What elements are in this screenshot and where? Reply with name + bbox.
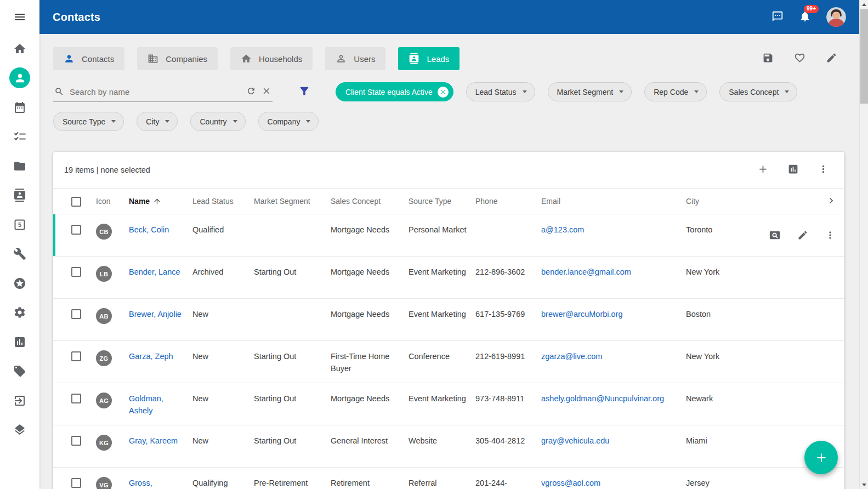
contact-name-link[interactable]: Gray, Kareem xyxy=(129,436,178,445)
row-preview-button[interactable] xyxy=(769,229,781,243)
sidebar-item-contact-card[interactable] xyxy=(0,181,39,211)
add-contact-fab[interactable] xyxy=(804,441,838,474)
row-checkbox-cell xyxy=(61,350,92,361)
contact-name-link[interactable]: Brewer, Anjolie xyxy=(129,310,181,319)
filter-chip-sales-concept[interactable]: Sales Concept xyxy=(719,82,797,101)
scroll-down-arrow-icon[interactable] xyxy=(860,480,868,489)
table-row[interactable]: ABBrewer, AnjolieNewMortgage NeedsEvent … xyxy=(53,299,844,341)
phone-cell: 305-404-2812 xyxy=(471,435,537,447)
sidebar-item-number-5[interactable]: 5 xyxy=(0,210,39,240)
source-type-cell: Event Marketing xyxy=(404,308,471,320)
select-all-checkbox[interactable] xyxy=(71,197,81,207)
filter-chip-country[interactable]: Country xyxy=(190,112,245,131)
column-header-city[interactable]: City xyxy=(682,197,752,206)
row-checkbox[interactable] xyxy=(71,309,81,319)
contact-name-link[interactable]: Gross, xyxy=(129,479,152,487)
sidebar-item-settings[interactable] xyxy=(0,298,39,328)
table-row[interactable]: LBBender, LanceArchivedStarting OutMortg… xyxy=(53,257,844,299)
email-link[interactable]: zgarza@live.com xyxy=(541,352,602,361)
page-title: Contacts xyxy=(53,11,100,24)
sidebar-item-contacts[interactable] xyxy=(0,64,39,93)
tab-households[interactable]: Households xyxy=(230,47,313,70)
sidebar-item-home[interactable] xyxy=(0,34,39,64)
email-link[interactable]: brewer@arcuMorbi.org xyxy=(541,310,623,319)
more-columns-button[interactable] xyxy=(826,195,837,208)
filter-chip-market-segment[interactable]: Market Segment xyxy=(548,82,632,101)
filter-chip-client-state-active[interactable]: Client State equals Active xyxy=(336,82,453,101)
contact-initials-avatar: AG xyxy=(96,393,112,408)
filter-chip-company[interactable]: Company xyxy=(258,112,319,131)
clear-search-button[interactable] xyxy=(262,86,271,98)
menu-button[interactable] xyxy=(818,163,829,177)
save-button[interactable] xyxy=(762,52,774,65)
email-link[interactable]: bender.lance@gmail.com xyxy=(541,268,631,276)
column-header-email[interactable]: Email xyxy=(537,197,682,206)
sidebar-item-favorites[interactable] xyxy=(0,269,39,298)
edit-button[interactable] xyxy=(826,52,837,65)
row-edit-button[interactable] xyxy=(797,230,808,242)
table-row[interactable]: AGGoldman, AshelyNewStarting OutMortgage… xyxy=(53,383,844,425)
chat-button[interactable] xyxy=(771,10,784,24)
favorite-button[interactable] xyxy=(794,52,805,65)
plus-icon xyxy=(814,451,829,465)
sidebar-item-documents[interactable] xyxy=(0,151,39,181)
tab-companies[interactable]: Companies xyxy=(137,47,218,70)
sidebar-item-tasks[interactable] xyxy=(0,122,39,152)
column-header-lead-status[interactable]: Lead Status xyxy=(188,197,249,206)
email-link[interactable]: gray@vehicula.edu xyxy=(541,436,609,445)
contact-name-link[interactable]: Beck, Colin xyxy=(129,225,169,234)
row-checkbox[interactable] xyxy=(71,394,81,403)
column-header-phone[interactable]: Phone xyxy=(471,197,537,206)
sidebar-item-calendar[interactable] xyxy=(0,93,39,122)
row-menu-button[interactable] xyxy=(825,230,836,242)
add-button[interactable] xyxy=(757,163,769,177)
sidebar-item-tools[interactable] xyxy=(0,240,39,269)
user-avatar[interactable] xyxy=(826,7,846,27)
filter-chip-source-type[interactable]: Source Type xyxy=(53,112,124,131)
row-checkbox[interactable] xyxy=(71,351,81,361)
column-header-source-type[interactable]: Source Type xyxy=(404,197,471,206)
column-header-name[interactable]: Name xyxy=(124,197,188,206)
filter-button[interactable] xyxy=(298,85,310,99)
sidebar-item-tags[interactable] xyxy=(0,357,39,386)
row-checkbox[interactable] xyxy=(71,267,81,277)
row-checkbox[interactable] xyxy=(71,478,81,488)
scrollbar-thumb[interactable] xyxy=(860,9,868,104)
notifications-button[interactable]: 99+ xyxy=(799,10,811,24)
email-link[interactable]: a@123.com xyxy=(541,225,584,234)
source-type-cell: Website xyxy=(404,435,471,447)
email-link[interactable]: vgross@aol.com xyxy=(541,479,600,487)
row-checkbox[interactable] xyxy=(71,436,81,446)
sidebar-item-layers[interactable] xyxy=(0,416,39,445)
contact-name-link[interactable]: Garza, Zeph xyxy=(129,352,173,361)
column-header-sales-concept[interactable]: Sales Concept xyxy=(326,197,404,206)
search-input[interactable] xyxy=(70,87,241,96)
chart-view-button[interactable] xyxy=(787,163,799,177)
tab-users[interactable]: Users xyxy=(325,47,385,70)
scroll-up-arrow-icon[interactable] xyxy=(860,0,868,9)
tab-label: Leads xyxy=(427,54,449,64)
refresh-button[interactable] xyxy=(246,86,256,98)
tab-leads[interactable]: Leads xyxy=(398,47,459,70)
row-checkbox[interactable] xyxy=(71,225,81,235)
sidebar-item-exit[interactable] xyxy=(0,386,39,416)
sidebar-item-menu[interactable] xyxy=(0,0,39,34)
filter-chip-lead-status[interactable]: Lead Status xyxy=(466,82,535,101)
sidebar-item-reports[interactable] xyxy=(0,327,39,357)
table-row[interactable]: KGGray, KareemNewStarting OutGeneral Int… xyxy=(53,425,844,468)
email-link[interactable]: ashely.goldman@Nuncpulvinar.org xyxy=(541,394,664,403)
filter-chip-city[interactable]: City xyxy=(137,112,178,131)
table-row[interactable]: CBBeck, ColinQualifiedMortgage NeedsPers… xyxy=(53,214,844,257)
row-avatar-cell: LB xyxy=(92,266,124,282)
column-header-icon[interactable]: Icon xyxy=(92,197,124,206)
remove-filter-button[interactable] xyxy=(438,87,449,98)
column-header-market-segment[interactable]: Market Segment xyxy=(249,197,326,206)
table-row[interactable]: VGGross,QualifyingPre-RetirementRetireme… xyxy=(53,468,844,489)
scrollbar[interactable] xyxy=(859,0,868,489)
save-icon xyxy=(762,52,774,64)
table-row[interactable]: ZGGarza, ZephNewStarting OutFirst-Time H… xyxy=(53,341,844,383)
tab-contacts[interactable]: Contacts xyxy=(53,47,124,70)
contact-name-link[interactable]: Bender, Lance xyxy=(129,268,180,276)
filter-chip-rep-code[interactable]: Rep Code xyxy=(644,82,707,101)
contact-name-link[interactable]: Goldman, Ashely xyxy=(129,394,163,415)
